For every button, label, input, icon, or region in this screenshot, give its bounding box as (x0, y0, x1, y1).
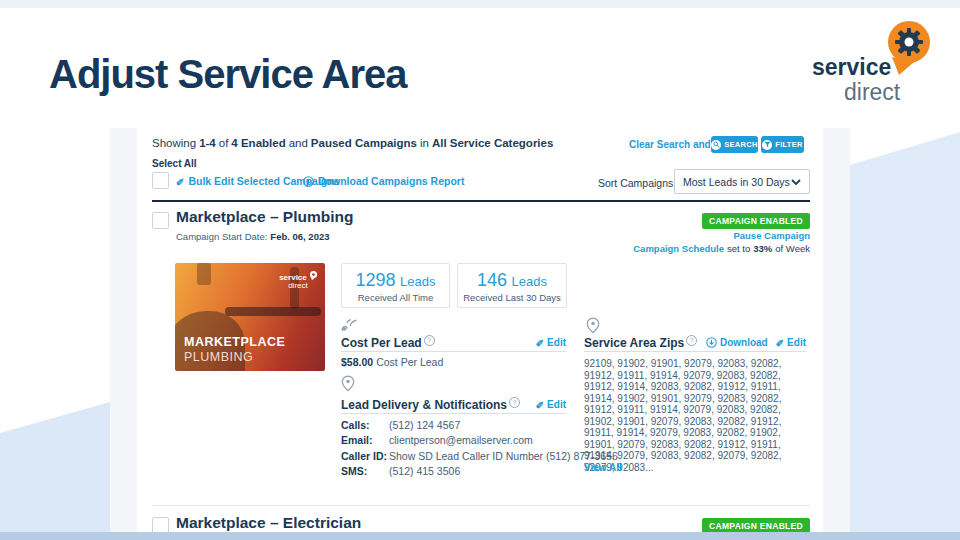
campaign-thumbnail: service direct MARKETPLACE PLUMBING (175, 263, 325, 371)
schedule-percent: 33% (753, 243, 772, 254)
cost-divider (341, 351, 566, 352)
start-date-value: Feb. 06, 2023 (270, 231, 329, 242)
stat-caption: Received Last 30 Days (458, 292, 566, 303)
chevron-down-icon (791, 179, 801, 185)
campaign-title: Marketplace – Plumbing (176, 208, 353, 226)
download-icon (303, 176, 314, 187)
campaign-divider (152, 505, 810, 506)
phone-waves-icon (341, 317, 359, 332)
view-all-zips-link[interactable]: View All (584, 462, 622, 473)
bottom-frame-strip (0, 532, 960, 540)
delivery-divider (341, 413, 566, 414)
summary-count: 4 Enabled (231, 137, 285, 149)
delivery-rows: Calls:(512) 124 4567 Email:clientperson@… (341, 419, 618, 480)
lead-delivery-title: Lead Delivery & Notifications? (341, 397, 520, 412)
delivery-row-caller-id: Caller ID:Show SD Lead Caller ID Number … (341, 450, 618, 465)
logo-pin-gear-icon (884, 20, 932, 76)
cost-amount: $58.00 (341, 356, 373, 368)
thumbnail-pipe-shape (225, 307, 321, 316)
campaign-enabled-badge: CAMPAIGN ENABLED (702, 213, 810, 229)
top-frame-strip (0, 0, 960, 8)
campaign-schedule-line: Campaign Scheduleset to33%of Week (633, 243, 810, 254)
left-gutter (110, 128, 137, 532)
leads-all-time-stat: 1298 Leads Received All Time (341, 263, 450, 308)
app-window: Adjust Service Area service direct (0, 0, 960, 540)
service-area-zips-title: Service Area Zips? (584, 335, 697, 350)
campaign-title: Marketplace – Electrician (176, 514, 361, 532)
thumb-pin-icon (309, 271, 318, 281)
page-title: Adjust Service Area (49, 52, 406, 97)
campaign-checkbox[interactable] (152, 212, 169, 229)
thumbnail-title-line2: PLUMBING (184, 350, 253, 364)
sort-select[interactable]: Most Leads in 30 Days (674, 169, 810, 194)
search-icon (711, 140, 721, 150)
campaigns-panel: Showing1-4of4 EnabledandPaused Campaigns… (137, 128, 823, 532)
campaign-start-date: Campaign Start Date:Feb. 06, 2023 (176, 231, 330, 242)
edit-label: Edit (547, 337, 566, 348)
location-pin-icon (341, 375, 355, 392)
row-label: SMS: (341, 465, 389, 480)
schedule-text: of Week (775, 243, 810, 254)
zips-divider (584, 351, 806, 352)
help-tooltip-icon[interactable]: ? (424, 335, 435, 346)
edit-delivery-link[interactable]: ✎Edit (536, 399, 566, 410)
download-report-link[interactable]: Download Campaigns Report (303, 175, 464, 187)
row-value: (512) 415 3506 (389, 465, 460, 480)
edit-label: Edit (547, 399, 566, 410)
results-summary: Showing1-4of4 EnabledandPaused Campaigns… (152, 137, 553, 149)
stat-value: 1298 (356, 270, 396, 290)
leads-30-days-stat: 146 Leads Received Last 30 Days (457, 263, 567, 308)
start-date-label: Campaign Start Date: (176, 231, 267, 242)
filter-button[interactable]: FILTER (761, 136, 804, 153)
summary-text: and (289, 137, 308, 149)
right-gutter (823, 128, 850, 532)
pause-campaign-link[interactable]: Pause Campaign (733, 230, 810, 241)
delivery-row-email: Email:clientperson@emailserver.com (341, 434, 618, 449)
pencil-icon: ✎ (536, 337, 544, 348)
right-wedge-shape (850, 128, 960, 532)
schedule-text: set to (727, 243, 750, 254)
service-area-zips-header: Service Area Zips? Download ✎Edit (584, 335, 806, 350)
delivery-row-calls: Calls:(512) 124 4567 (341, 419, 618, 434)
summary-text: of (219, 137, 229, 149)
pencil-icon: ✎ (776, 337, 784, 348)
sort-selected-value: Most Leads in 30 Days (683, 176, 790, 188)
filter-button-label: FILTER (775, 140, 803, 149)
filter-icon (762, 140, 772, 150)
logo-word-direct: direct (844, 79, 900, 106)
stat-unit: Leads (400, 274, 435, 289)
section-divider (152, 200, 810, 202)
help-tooltip-icon[interactable]: ? (686, 335, 697, 346)
cost-per-lead-value: $58.00Cost Per Lead (341, 356, 443, 368)
thumbnail-title-line1: MARKETPLACE (184, 335, 285, 349)
select-all-label: Select All (152, 158, 197, 169)
row-label: Email: (341, 434, 389, 449)
download-icon (706, 337, 717, 348)
download-zips-link[interactable]: Download (706, 337, 768, 348)
thumbnail-pipe-shape (197, 263, 211, 285)
row-value: clientperson@emailserver.com (389, 434, 533, 449)
stat-caption: Received All Time (342, 292, 449, 303)
left-wedge-shape (0, 128, 110, 532)
row-value: (512) 124 4567 (389, 419, 460, 434)
service-direct-logo: service direct (810, 20, 936, 112)
cost-per-lead-title: Cost Per Lead? (341, 335, 435, 350)
edit-cost-link[interactable]: ✎Edit (536, 337, 566, 348)
help-tooltip-icon[interactable]: ? (509, 397, 520, 408)
campaign-schedule-link[interactable]: Campaign Schedule (633, 243, 724, 254)
stat-unit: Leads (512, 274, 547, 289)
pencil-icon: ✎ (536, 399, 544, 410)
download-report-label: Download Campaigns Report (318, 175, 464, 187)
search-button[interactable]: SEARCH (711, 136, 758, 153)
summary-status: Paused Campaigns (311, 137, 417, 149)
right-decoration (850, 128, 960, 532)
edit-label: Edit (787, 337, 806, 348)
zip-codes-list: 92109, 91902, 91901, 92079, 92083, 92082… (584, 358, 814, 473)
edit-zips-link[interactable]: ✎Edit (776, 337, 806, 348)
select-all-checkbox[interactable] (152, 172, 169, 189)
delivery-row-sms: SMS:(512) 415 3506 (341, 465, 618, 480)
summary-range: 1-4 (199, 137, 216, 149)
search-button-label: SEARCH (724, 140, 757, 149)
thumb-logo-direct: direct (279, 282, 318, 290)
stat-value: 146 (477, 270, 507, 290)
